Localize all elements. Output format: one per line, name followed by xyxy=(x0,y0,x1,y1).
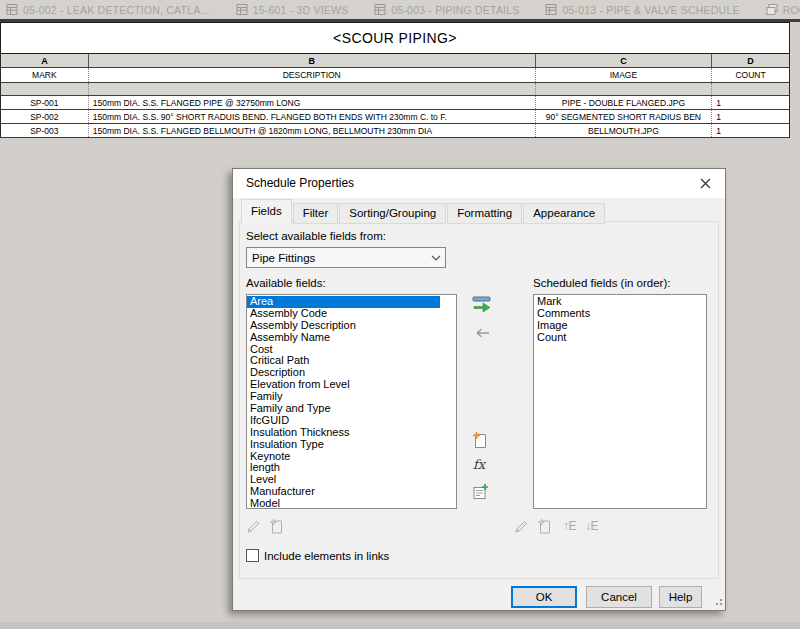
scheduled-field-item[interactable]: Image xyxy=(534,320,706,332)
scheduled-fields-label: Scheduled fields (in order): xyxy=(533,277,670,289)
scheduled-field-item[interactable]: Comments xyxy=(534,308,706,320)
dialog-tab[interactable]: Fields xyxy=(241,199,292,224)
dialog-tab[interactable]: Filter xyxy=(293,203,339,224)
remove-parameter-icon xyxy=(473,327,491,339)
column-letter[interactable]: D xyxy=(712,54,789,67)
add-parameter-icon xyxy=(471,296,493,313)
help-button[interactable]: Help xyxy=(659,586,702,608)
available-field-item[interactable]: Insulation Thickness xyxy=(247,427,440,439)
available-field-item[interactable]: Assembly Code xyxy=(247,308,440,320)
schedule-row[interactable]: SP-003 150mm DIA. S.S. FLANGED BELLMOUTH… xyxy=(0,124,790,138)
dialog-titlebar[interactable]: Schedule Properties xyxy=(233,169,725,198)
column-letter[interactable]: A xyxy=(1,54,89,67)
new-parameter-button[interactable] xyxy=(472,431,489,449)
view-tab-bar: 05-002 - LEAK DETECTION, CATLA... 15-601… xyxy=(0,0,800,19)
view-tab[interactable]: 15-601 - 3D VIEWS xyxy=(236,3,349,16)
view-tab-label: 05-013 - PIPE & VALVE SCHEDULE xyxy=(562,4,739,16)
edit-available-parameter-button[interactable] xyxy=(246,519,261,534)
cell-image[interactable]: PIPE - DOUBLE FLANGED.JPG xyxy=(536,96,713,109)
schedule-title-text: <SCOUR PIPING> xyxy=(333,30,457,46)
delete-parameter-icon xyxy=(269,518,285,535)
close-button[interactable] xyxy=(685,169,725,198)
include-links-checkbox[interactable] xyxy=(246,549,259,562)
combine-parameters-button[interactable] xyxy=(472,483,489,500)
schedule-view-icon xyxy=(236,3,248,16)
edit-scheduled-parameter-button[interactable] xyxy=(514,519,529,534)
move-parameter-down-button[interactable]: ↓E xyxy=(585,519,598,533)
schedule-properties-dialog: Schedule Properties FieldsFilterSorting/… xyxy=(232,168,726,611)
resize-grip[interactable] xyxy=(713,596,723,608)
cancel-button[interactable]: Cancel xyxy=(586,586,652,608)
combine-parameters-icon xyxy=(472,483,489,500)
dialog-tab[interactable]: Appearance xyxy=(523,203,605,224)
column-header[interactable]: COUNT xyxy=(712,68,789,82)
view-tab[interactable]: 05-002 - LEAK DETECTION, CATLA... xyxy=(6,3,210,16)
delete-parameter-icon xyxy=(537,518,553,535)
schedule-blank-row xyxy=(0,83,790,96)
schedule-header-row: MARKDESCRIPTIONIMAGECOUNT xyxy=(0,68,790,83)
cell-count[interactable]: 1 xyxy=(712,124,789,137)
dialog-tab[interactable]: Sorting/Grouping xyxy=(339,203,446,224)
available-field-item[interactable]: IfcGUID xyxy=(247,415,440,427)
column-letter[interactable]: C xyxy=(536,54,713,67)
dialog-tab[interactable]: Formatting xyxy=(447,203,522,224)
column-letter[interactable]: B xyxy=(89,54,536,67)
move-parameter-up-button[interactable]: ↑E xyxy=(563,519,576,533)
category-dropdown-value: Pipe Fittings xyxy=(247,252,427,264)
column-header[interactable]: IMAGE xyxy=(536,68,713,82)
cell-count[interactable]: 1 xyxy=(712,96,789,109)
cell-mark[interactable]: SP-002 xyxy=(1,110,89,123)
column-header[interactable]: MARK xyxy=(1,68,89,82)
available-field-item[interactable]: Assembly Description xyxy=(247,320,440,332)
delete-available-parameter-button[interactable] xyxy=(269,518,285,535)
move-down-icon: ↓E xyxy=(585,519,598,533)
calculated-value-button[interactable]: fx xyxy=(473,457,485,472)
view-tab[interactable]: 05-013 - PIPE & VALVE SCHEDULE xyxy=(545,3,739,16)
schedule-view: <SCOUR PIPING> ABCD MARKDESCRIPTIONIMAGE… xyxy=(0,22,790,138)
cell-count[interactable]: 1 xyxy=(712,110,789,123)
available-field-item[interactable]: Insulation Type xyxy=(247,439,440,451)
schedule-view-icon xyxy=(374,3,386,16)
blank-cell xyxy=(712,83,789,95)
available-field-item[interactable]: Model xyxy=(247,498,440,509)
fx-icon: fx xyxy=(473,457,485,472)
view-tab[interactable]: ROOF LAYO xyxy=(766,3,800,16)
available-field-item[interactable]: Assembly Name xyxy=(247,332,440,344)
view-tab-label: 05-002 - LEAK DETECTION, CATLA... xyxy=(23,4,210,16)
delete-scheduled-parameter-button[interactable] xyxy=(537,518,553,535)
schedule-view-icon xyxy=(545,3,557,16)
dialog-tab-strip: FieldsFilterSorting/GroupingFormattingAp… xyxy=(241,199,606,223)
pencil-icon xyxy=(514,519,529,534)
scheduled-fields-list[interactable]: MarkCommentsImageCount xyxy=(533,294,707,509)
ok-button[interactable]: OK xyxy=(511,586,577,608)
schedule-row[interactable]: SP-001 150mm DIA. S.S. FLANGED PIPE @ 32… xyxy=(0,96,790,110)
scheduled-field-item[interactable]: Count xyxy=(534,332,706,344)
category-dropdown[interactable]: Pipe Fittings xyxy=(246,247,446,268)
sheet-view-icon xyxy=(766,3,778,16)
window-bottom-edge xyxy=(0,622,800,629)
new-parameter-icon xyxy=(472,431,489,449)
cell-mark[interactable]: SP-003 xyxy=(1,124,89,137)
available-fields-list[interactable]: AreaAssembly CodeAssembly DescriptionAss… xyxy=(246,294,457,509)
column-header[interactable]: DESCRIPTION xyxy=(89,68,536,82)
add-parameter-button[interactable] xyxy=(471,296,493,313)
cell-mark[interactable]: SP-001 xyxy=(1,96,89,109)
schedule-title[interactable]: <SCOUR PIPING> xyxy=(0,22,790,54)
available-fields-label: Available fields: xyxy=(246,277,326,289)
cell-image[interactable]: 90° SEGMENTED SHORT RADIUS BEN xyxy=(536,110,713,123)
cell-description[interactable]: 150mm DIA. S.S. FLANGED PIPE @ 32750mm L… xyxy=(89,96,536,109)
view-tab-label: 05-003 - PIPING DETAILS xyxy=(391,4,519,16)
view-tab[interactable]: 05-003 - PIPING DETAILS xyxy=(374,3,519,16)
cell-description[interactable]: 150mm DIA. S.S. 90° SHORT RADUIS BEND. F… xyxy=(89,110,536,123)
cell-image[interactable]: BELLMOUTH.JPG xyxy=(536,124,713,137)
blank-cell xyxy=(89,83,536,95)
select-available-fields-label: Select available fields from: xyxy=(246,230,386,242)
view-tab-label: ROOF LAYO xyxy=(783,4,800,16)
include-links-label: Include elements in links xyxy=(264,550,389,562)
close-icon xyxy=(700,178,711,189)
remove-parameter-button[interactable] xyxy=(473,327,491,339)
blank-cell xyxy=(536,83,713,95)
cell-description[interactable]: 150mm DIA. S.S. FLANGED BELLMOUTH @ 1820… xyxy=(89,124,536,137)
chevron-down-icon xyxy=(427,255,445,261)
schedule-row[interactable]: SP-002 150mm DIA. S.S. 90° SHORT RADUIS … xyxy=(0,110,790,124)
